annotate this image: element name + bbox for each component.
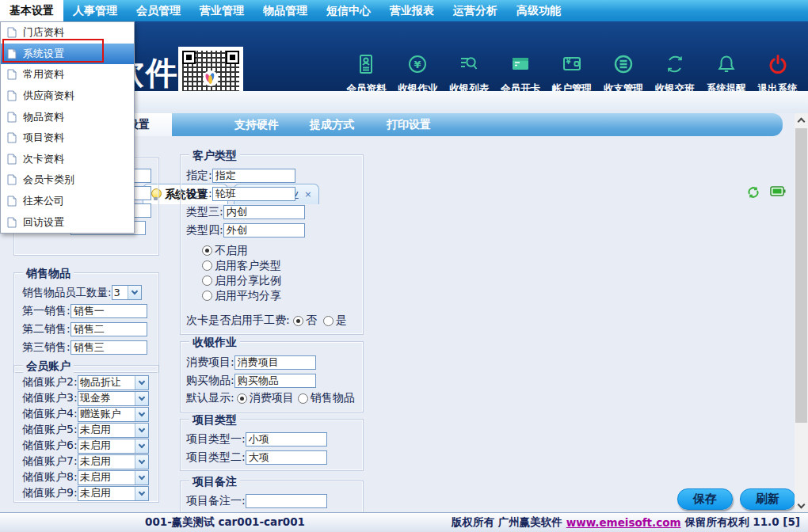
- copyright-link[interactable]: www.emeisoft.com: [566, 516, 681, 529]
- chevron-down-icon: [135, 455, 148, 469]
- menu-item-hr[interactable]: 人事管理: [63, 0, 127, 21]
- subtab-hardware[interactable]: 支持硬件: [234, 113, 279, 136]
- sales1-input[interactable]: [71, 304, 147, 318]
- chevron-down-icon: [135, 439, 148, 453]
- type3-label: 类型三:: [186, 205, 223, 219]
- document-icon: [7, 132, 17, 143]
- menu-item-business[interactable]: 营业管理: [190, 0, 253, 21]
- list-search-icon: [457, 52, 481, 79]
- account3-select[interactable]: 现金券: [78, 391, 149, 406]
- radio-enable-average-share[interactable]: 启用平均分享: [202, 288, 362, 303]
- dropdown-item-store-info[interactable]: 门店资料: [1, 22, 134, 44]
- scrollbar-thumb[interactable]: [795, 128, 807, 423]
- account5-select[interactable]: 未启用: [78, 423, 149, 438]
- account4-label: 储值账户4:: [22, 407, 78, 421]
- sales-qty-label: 销售物品员工数量:: [22, 286, 112, 300]
- chevron-down-icon: [135, 487, 148, 500]
- scroll-up-arrow[interactable]: [795, 113, 808, 127]
- save-button[interactable]: 保存: [677, 488, 733, 510]
- card-icon: [509, 52, 532, 79]
- subtab-commission[interactable]: 提成方式: [310, 113, 354, 136]
- monitor-status-icon[interactable]: [770, 185, 786, 203]
- vertical-scrollbar[interactable]: [795, 113, 808, 513]
- member-accounts-fieldset: 会员账户 储值账户2: 物品折让 储值账户3: 现金券 储值账户4: 赠送账户 …: [14, 366, 158, 502]
- menu-item-analysis[interactable]: 运营分析: [444, 0, 507, 21]
- document-icon: [7, 154, 17, 165]
- radio-icon: [237, 393, 247, 404]
- cashier-legend: 收银作业: [189, 336, 240, 350]
- radio-icon: [298, 393, 308, 404]
- menu-bar: 基本设置 人事管理 会员管理 营业管理 物品管理 短信中心 营业报表 运营分析 …: [0, 0, 808, 21]
- project-type-fieldset: 项目类型 项目类型一: 项目类型二:: [181, 420, 363, 470]
- buy-goods-input[interactable]: [234, 374, 316, 388]
- handfee-yes[interactable]: 是: [323, 314, 347, 328]
- radio-icon: [202, 260, 212, 271]
- dropdown-item-supplier-info[interactable]: 供应商资料: [1, 86, 134, 107]
- sales2-label: 第二销售:: [22, 322, 71, 336]
- refresh-button[interactable]: 刷新: [740, 488, 795, 510]
- account7-select[interactable]: 未启用: [78, 454, 149, 469]
- radio-disable[interactable]: 不启用: [202, 243, 362, 258]
- chevron-down-icon: [128, 286, 141, 299]
- default-sales-goods[interactable]: 销售物品: [298, 391, 355, 405]
- ptype2-input[interactable]: [246, 450, 327, 465]
- buy-goods-label: 购买物品:: [186, 374, 234, 388]
- account4-select[interactable]: 赠送账户: [78, 407, 149, 422]
- pnote1-input[interactable]: [246, 494, 327, 508]
- document-icon: [7, 217, 17, 228]
- menu-item-advanced[interactable]: 高级功能: [507, 0, 570, 21]
- menu-item-sms[interactable]: 短信中心: [317, 0, 380, 21]
- basic-settings-dropdown: 门店资料 系统设置 常用资料 供应商资料 物品资料 项目资料 次卡资料 会员卡类…: [0, 21, 135, 234]
- refresh-icon[interactable]: [746, 185, 760, 203]
- radio-icon: [202, 276, 212, 286]
- account6-select[interactable]: 未启用: [78, 439, 149, 454]
- subtab-print[interactable]: 打印设置: [387, 113, 431, 136]
- type4-input[interactable]: [223, 223, 305, 238]
- account2-select[interactable]: 物品折让: [78, 375, 149, 390]
- sales1-label: 第一销售:: [22, 304, 71, 318]
- handfee-no[interactable]: 否: [293, 314, 317, 328]
- sales-qty-select[interactable]: 3: [112, 285, 142, 300]
- svg-text:¥: ¥: [414, 59, 421, 70]
- dropdown-item-partner-company[interactable]: 往来公司: [1, 191, 134, 212]
- sales3-input[interactable]: [71, 340, 147, 355]
- sales2-input[interactable]: [71, 322, 147, 336]
- dropdown-item-project-info[interactable]: 项目资料: [1, 127, 134, 149]
- type4-label: 类型四:: [186, 223, 223, 238]
- pnote1-label: 项目备注一:: [186, 494, 246, 508]
- menu-item-goods[interactable]: 物品管理: [253, 0, 317, 21]
- dropdown-item-revisit-settings[interactable]: 回访设置: [1, 211, 134, 233]
- radio-enable-share-ratio[interactable]: 启用分享比例: [202, 273, 362, 288]
- consume-item-label: 消费项目:: [186, 355, 234, 370]
- consume-item-input[interactable]: [234, 355, 316, 370]
- dropdown-item-common-info[interactable]: 常用资料: [1, 64, 134, 86]
- dropdown-item-goods-info[interactable]: 物品资料: [1, 106, 134, 127]
- document-icon: [7, 90, 17, 101]
- member-accounts-legend: 会员账户: [23, 359, 74, 374]
- ptype1-input[interactable]: [246, 432, 327, 446]
- default-consume-item[interactable]: 消费项目: [237, 391, 294, 405]
- radio-enable-customer-type[interactable]: 启用客户类型: [202, 258, 362, 273]
- shift-input[interactable]: [212, 187, 295, 201]
- menu-item-basic-settings[interactable]: 基本设置: [0, 0, 63, 21]
- radio-icon: [202, 291, 212, 301]
- shift-arrows-icon: [663, 52, 687, 79]
- sales-items-legend: 销售物品: [23, 267, 74, 281]
- dropdown-item-card-category[interactable]: 会员卡类别: [1, 169, 134, 191]
- designate-input[interactable]: [212, 169, 295, 183]
- account9-label: 储值账户9:: [22, 486, 78, 500]
- member-doc-icon: [354, 52, 378, 79]
- dropdown-item-punch-card-info[interactable]: 次卡资料: [1, 149, 134, 170]
- ptype1-label: 项目类型一:: [186, 432, 246, 446]
- account9-select[interactable]: 未启用: [78, 486, 149, 501]
- menu-item-reports[interactable]: 营业报表: [380, 0, 444, 21]
- document-icon: [7, 27, 17, 38]
- chevron-down-icon: [135, 424, 148, 437]
- type3-input[interactable]: [223, 205, 305, 219]
- yen-circle-icon: ¥: [406, 52, 429, 79]
- menu-item-members[interactable]: 会员管理: [127, 0, 190, 21]
- dropdown-item-system-settings[interactable]: 系统设置: [1, 44, 134, 65]
- status-store-info: 001-赢美测试 car001-car001: [145, 515, 305, 530]
- account8-select[interactable]: 未启用: [78, 470, 149, 485]
- scroll-down-arrow[interactable]: [795, 499, 808, 513]
